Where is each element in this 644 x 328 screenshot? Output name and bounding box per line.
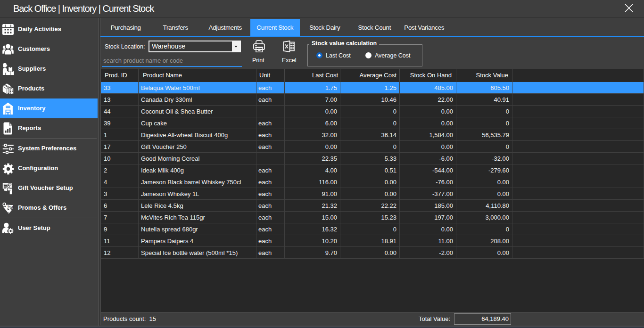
svg-text:SALE: SALE (8, 205, 14, 208)
